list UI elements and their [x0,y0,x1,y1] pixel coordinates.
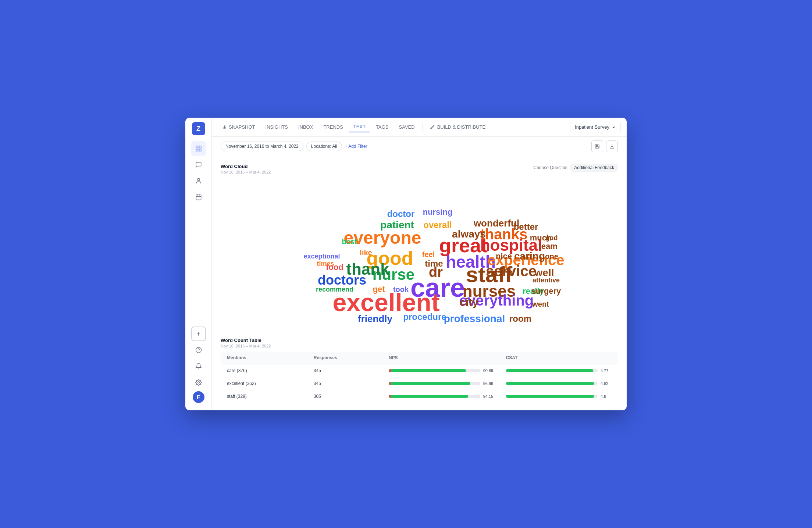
col-responses: Responses [308,352,383,364]
save-icon-btn[interactable] [591,140,603,152]
date-range-filter[interactable]: November 16, 2016 to March 4, 2022 [221,142,303,151]
col-csat: CSAT [500,352,618,364]
word-one[interactable]: one [545,253,558,260]
word-best[interactable]: best [342,238,357,245]
word-nice[interactable]: nice [496,252,512,260]
app-logo[interactable]: Z [192,122,205,135]
svg-rect-2 [196,149,198,151]
sidebar-item-chat[interactable] [191,157,206,172]
svg-rect-1 [199,146,201,148]
word-friendly[interactable]: friendly [358,314,392,324]
word-team[interactable]: team [538,242,557,250]
nav-saved[interactable]: SAVED [395,122,419,132]
nav-divider [422,124,423,131]
cell-nps: 94.15 [383,390,500,403]
col-nps: NPS [383,352,500,364]
word-caring[interactable]: caring [514,251,545,261]
svg-rect-0 [196,146,198,148]
question-selector[interactable]: Additional Feedback [570,164,618,172]
word-like[interactable]: like [360,249,372,256]
word-doctor[interactable]: doctor [387,210,415,218]
main-content: SNAPSHOT INSIGHTS INBOX TRENDS TEXT TAGS… [212,118,627,410]
svg-rect-3 [199,149,201,151]
sidebar-item-calendar[interactable] [191,190,206,204]
table-row[interactable]: staff (329) 305 94.15 4.8 [221,390,618,403]
content-area: Word Cloud Nov 16, 2016 – Mar 4, 2022 Ch… [212,156,627,410]
nav-text[interactable]: TEXT [349,122,370,132]
word-city[interactable]: city [459,297,478,308]
word-doctors[interactable]: doctors [318,274,366,287]
word-went[interactable]: went [532,300,549,308]
word-get[interactable]: get [373,285,385,293]
cell-nps: 96.96 [383,377,500,390]
word-attentive[interactable]: attentive [533,277,560,283]
word-nursing[interactable]: nursing [423,208,453,216]
add-filter-btn[interactable]: + Add Filter [345,144,367,149]
cell-mention: excellent (362) [221,377,308,390]
cell-nps: 90.69 [383,364,500,377]
sidebar-item-gear[interactable] [191,375,206,390]
sidebar: Z [185,118,212,410]
word-cloud-date: Nov 16, 2016 – Mar 4, 2022 [221,170,271,174]
word-surgery[interactable]: surgery [531,287,561,295]
word-always[interactable]: always [452,229,486,239]
sidebar-item-grid[interactable] [191,141,206,156]
app-frame: Z [185,118,627,410]
nav-insights[interactable]: INSIGHTS [261,122,292,132]
cell-mention: staff (329) [221,390,308,403]
sidebar-item-person[interactable] [191,174,206,188]
nav-inbox[interactable]: INBOX [294,122,317,132]
word-room[interactable]: room [509,314,531,323]
sidebar-item-bell[interactable] [191,359,206,374]
word-count-table: Mentions Responses NPS CSAT care (376) 3… [221,351,618,403]
wct-title: Word Count Table [221,338,618,343]
word-cloud-title: Word Cloud [221,164,271,169]
nav-trends[interactable]: TRENDS [319,122,347,132]
wct-date: Nov 16, 2016 – Mar 4, 2022 [221,344,618,348]
word-feel[interactable]: feel [422,251,435,258]
sidebar-item-question[interactable] [191,343,206,357]
svg-point-4 [197,178,200,181]
top-nav: SNAPSHOT INSIGHTS INBOX TRENDS TEXT TAGS… [212,118,627,137]
table-row[interactable]: care (376) 345 90.69 4.77 [221,364,618,377]
sidebar-item-add[interactable] [191,327,206,341]
word-wonderful[interactable]: wonderful [474,218,519,228]
table-row[interactable]: excellent (362) 345 96.96 4.82 [221,377,618,390]
cell-responses: 345 [308,364,383,377]
cell-responses: 305 [308,390,383,403]
svg-point-13 [197,382,199,383]
svg-rect-5 [196,195,201,200]
word-recommend[interactable]: recommend [316,286,353,293]
nav-tags[interactable]: TAGS [371,122,393,132]
word-excellent[interactable]: excellent [332,290,439,315]
nav-build-distribute[interactable]: BUILD & DISTRIBUTE [425,122,490,132]
word-took[interactable]: took [393,286,409,293]
survey-selector[interactable]: Inpatient Survey [570,122,621,132]
col-mentions: Mentions [221,352,308,364]
word-times[interactable]: times [317,260,334,267]
cell-mention: care (376) [221,364,308,377]
word-cloud-section: Word Cloud Nov 16, 2016 – Mar 4, 2022 Ch… [221,164,618,332]
word-patient[interactable]: patient [380,220,414,230]
word-count-table-section: Word Count Table Nov 16, 2016 – Mar 4, 2… [221,338,618,403]
cell-csat: 4.77 [500,364,618,377]
cell-csat: 4.82 [500,377,618,390]
choose-question: Choose Question Additional Feedback [534,164,618,172]
download-icon-btn[interactable] [606,140,618,152]
word-exceptional[interactable]: exceptional [303,253,340,260]
filters-bar: November 16, 2016 to March 4, 2022 Locat… [212,137,627,156]
word-professional[interactable]: professional [444,314,505,324]
word-overall[interactable]: overall [423,221,452,229]
word-god[interactable]: god [546,235,558,241]
locations-filter[interactable]: Locations: All [306,142,342,151]
nav-snapshot[interactable]: SNAPSHOT [218,122,260,132]
cell-csat: 4.8 [500,390,618,403]
word-procedure[interactable]: procedure [403,313,446,321]
word-better[interactable]: better [514,222,538,231]
word-cloud-visual: careexcellentstaffgreateveryonegoodnurse… [221,177,618,332]
cell-responses: 345 [308,377,383,390]
user-avatar[interactable]: F [193,391,204,403]
word-time[interactable]: time [425,259,443,268]
